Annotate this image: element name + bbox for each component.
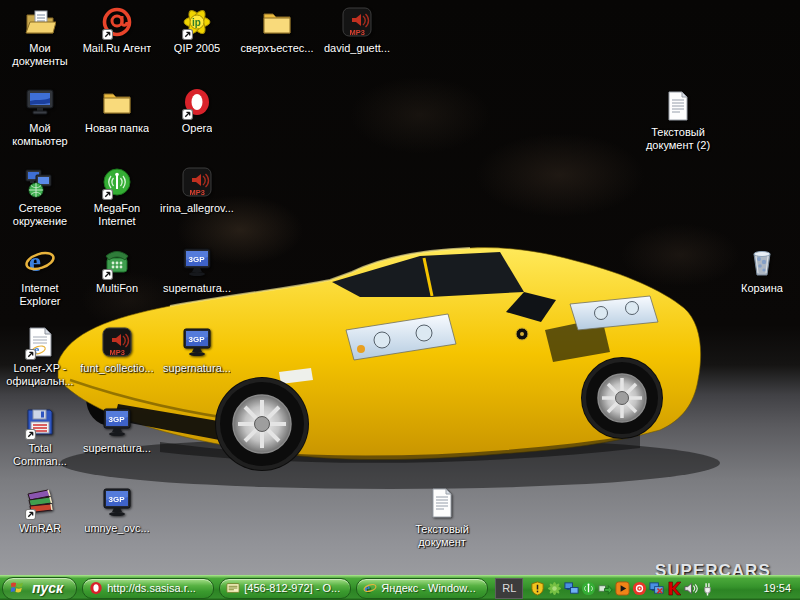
svg-text:MP3: MP3 <box>110 348 125 357</box>
desktop-icon-label: supernatura... <box>83 442 151 455</box>
security-alert-icon[interactable] <box>530 581 545 596</box>
taskbar-button-label: [456-812-972] - O... <box>244 582 340 594</box>
desktop-icon-label: WinRAR <box>19 522 61 535</box>
svg-text:ip: ip <box>192 17 201 28</box>
desktop-icon-funt-collection-mp3[interactable]: MP3funt_collectio... <box>77 326 157 375</box>
shortcut-arrow-icon <box>182 29 193 40</box>
desktop-icon-label: Сетевое окружение <box>0 202 80 228</box>
desktop-icon-label: Корзина <box>741 282 783 295</box>
desktop-icon-recycle-bin[interactable]: Корзина <box>722 246 800 295</box>
shortcut-arrow-icon <box>102 29 113 40</box>
svg-text:3GP: 3GP <box>189 255 206 264</box>
language-indicator[interactable]: RL <box>495 578 523 599</box>
desktop-icon-text-document-2[interactable]: Текстовый документ (2) <box>638 90 718 152</box>
desktop-icon-irina-allegrova-mp3[interactable]: MP3irina_allegrov... <box>157 166 237 215</box>
desktop-icon-label: umnye_ovc... <box>84 522 149 535</box>
desktop-icon-label: Мой компьютер <box>0 122 80 148</box>
desktop-icon-mailru-agent[interactable]: Mail.Ru Агент <box>77 6 157 55</box>
taskbar-button-label: Яндекс - Window... <box>381 582 475 594</box>
megafon-modem-icon[interactable] <box>581 581 596 596</box>
ie-icon: e <box>23 246 57 280</box>
desktop-icon-label: MegaFon Internet <box>77 202 157 228</box>
desktop-screen: SUPERCARS Мои документыMail.Ru АгентipQI… <box>0 0 800 600</box>
desktop-icon-megafon-internet[interactable]: MegaFon Internet <box>77 166 157 228</box>
desktop-icons-layer: Мои документыMail.Ru АгентipQIP 2005свер… <box>0 0 800 575</box>
desktop-icon-label: Мои документы <box>0 42 80 68</box>
desktop-icon-supernatural-3gp-1[interactable]: 3GPsupernatura... <box>157 246 237 295</box>
desktop-icon-qip-2005[interactable]: ipQIP 2005 <box>157 6 237 55</box>
desktop-icon-my-documents[interactable]: Мои документы <box>0 6 80 68</box>
megafon-icon <box>100 166 134 200</box>
desktop-icon-label: сверхъестес... <box>240 42 313 55</box>
opera-icon <box>180 86 214 120</box>
mp3-icon: MP3 <box>340 6 374 40</box>
media-player-icon[interactable] <box>615 581 630 596</box>
desktop-icon-my-computer[interactable]: Мой компьютер <box>0 86 80 148</box>
text-icon <box>661 90 695 124</box>
desktop-icon-david-guetta-mp3[interactable]: MP3david_guett... <box>317 6 397 55</box>
taskbar-button-opera-window[interactable]: http://ds.sasisa.r... <box>82 578 214 599</box>
desktop-icon-label: MultiFon <box>96 282 138 295</box>
antivirus-icon[interactable] <box>666 581 681 596</box>
desktop-icon-network-places[interactable]: Сетевое окружение <box>0 166 80 228</box>
folder-icon <box>100 86 134 120</box>
taskbar-button-qip-chat-window[interactable]: [456-812-972] - O... <box>219 578 351 599</box>
3gp-icon: 3GP <box>100 406 134 440</box>
desktop-icon-label: supernatura... <box>163 282 231 295</box>
desktop-icon-label: Total Comman... <box>0 442 80 468</box>
shortcut-arrow-icon <box>25 349 36 360</box>
desktop-icon-text-document[interactable]: Текстовый документ <box>402 487 482 549</box>
svg-text:3GP: 3GP <box>109 495 126 504</box>
desktop-icon-multifon[interactable]: MultiFon <box>77 246 157 295</box>
floppy-icon <box>23 406 57 440</box>
desktop-icon-winrar[interactable]: WinRAR <box>0 486 80 535</box>
safely-remove-hardware-icon[interactable] <box>700 581 715 596</box>
winrar-icon <box>23 486 57 520</box>
svg-text:e: e <box>365 581 371 595</box>
desktop-icon-label: Loner-XP - официальн... <box>0 362 80 388</box>
desktop-icon-folder-sverkh[interactable]: сверхъестес... <box>237 6 317 55</box>
network-icon <box>23 166 57 200</box>
shortcut-arrow-icon <box>25 429 36 440</box>
taskbar-buttons: http://ds.sasisa.r...[456-812-972] - O..… <box>82 578 493 599</box>
folder-icon <box>260 6 294 40</box>
ie-icon: e <box>363 581 377 595</box>
start-button-label: пуск <box>32 580 63 596</box>
mp3-icon: MP3 <box>180 166 214 200</box>
desktop-icon-label: david_guett... <box>324 42 390 55</box>
qip-flower-icon[interactable] <box>547 581 562 596</box>
my-documents-icon <box>23 6 57 40</box>
svg-text:MP3: MP3 <box>190 188 205 197</box>
system-tray <box>528 581 717 596</box>
text-icon <box>425 487 459 521</box>
download-manager-icon[interactable] <box>598 581 613 596</box>
desktop-icon-umnye-ovcy-3gp[interactable]: 3GPumnye_ovc... <box>77 486 157 535</box>
taskbar-clock[interactable]: 19:54 <box>763 582 791 594</box>
qip-icon: ip <box>180 6 214 40</box>
desktop-icon-label: Текстовый документ <box>402 523 482 549</box>
network-connection-icon[interactable] <box>564 581 579 596</box>
start-button[interactable]: пуск <box>2 577 77 600</box>
desktop-icon-total-commander[interactable]: Total Comman... <box>0 406 80 468</box>
desktop-icon-new-folder[interactable]: Новая папка <box>77 86 157 135</box>
multifon-icon <box>100 246 134 280</box>
recycle-icon <box>745 246 779 280</box>
network-disconnected-icon[interactable] <box>649 581 664 596</box>
volume-icon[interactable] <box>683 581 698 596</box>
desktop-icon-supernatural-3gp-2[interactable]: 3GPsupernatura... <box>157 326 237 375</box>
desktop-icon-label: Mail.Ru Агент <box>83 42 152 55</box>
taskbar-button-ie-window[interactable]: eЯндекс - Window... <box>356 578 488 599</box>
desktop-icon-internet-explorer[interactable]: eInternet Explorer <box>0 246 80 308</box>
svg-text:3GP: 3GP <box>189 335 206 344</box>
taskbar-button-label: http://ds.sasisa.r... <box>107 582 196 594</box>
shortcut-arrow-icon <box>102 189 113 200</box>
opera-icon <box>89 581 103 595</box>
mailru-agent-icon[interactable] <box>632 581 647 596</box>
desktop-icon-label: Текстовый документ (2) <box>638 126 718 152</box>
desktop-icon-loner-xp[interactable]: eLoner-XP - официальн... <box>0 326 80 388</box>
desktop-icon-supernatural-3gp-3[interactable]: 3GPsupernatura... <box>77 406 157 455</box>
svg-text:e: e <box>29 247 41 277</box>
svg-text:3GP: 3GP <box>109 415 126 424</box>
computer-icon <box>23 86 57 120</box>
desktop-icon-opera[interactable]: Opera <box>157 86 237 135</box>
